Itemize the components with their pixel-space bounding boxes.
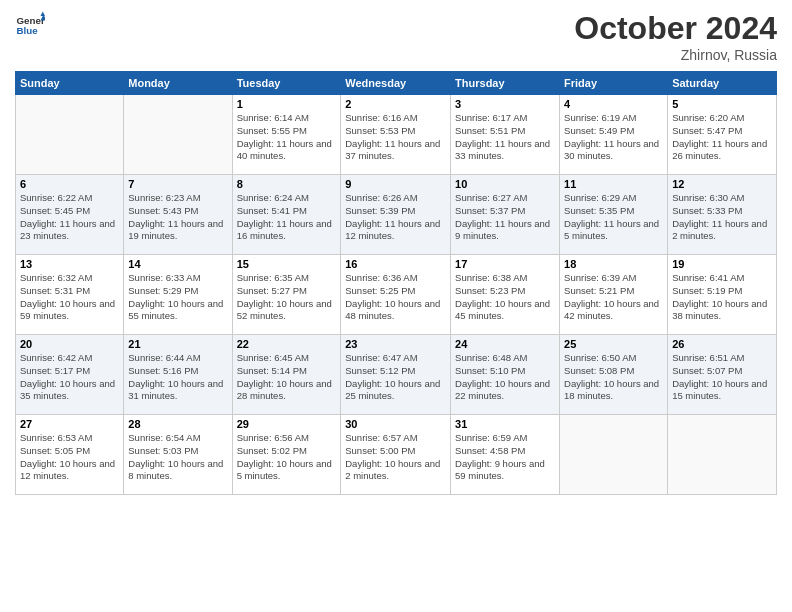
calendar-day-cell: 24Sunrise: 6:48 AM Sunset: 5:10 PM Dayli… <box>451 335 560 415</box>
logo-icon: General Blue <box>15 10 45 40</box>
day-number: 31 <box>455 418 555 430</box>
calendar-day-cell: 8Sunrise: 6:24 AM Sunset: 5:41 PM Daylig… <box>232 175 341 255</box>
day-info: Sunrise: 6:23 AM Sunset: 5:43 PM Dayligh… <box>128 192 227 243</box>
calendar-day-cell: 26Sunrise: 6:51 AM Sunset: 5:07 PM Dayli… <box>668 335 777 415</box>
day-number: 9 <box>345 178 446 190</box>
calendar-day-cell: 14Sunrise: 6:33 AM Sunset: 5:29 PM Dayli… <box>124 255 232 335</box>
calendar-day-cell: 18Sunrise: 6:39 AM Sunset: 5:21 PM Dayli… <box>560 255 668 335</box>
day-number: 5 <box>672 98 772 110</box>
day-number: 20 <box>20 338 119 350</box>
day-number: 22 <box>237 338 337 350</box>
calendar-day-cell: 16Sunrise: 6:36 AM Sunset: 5:25 PM Dayli… <box>341 255 451 335</box>
calendar-day-cell: 31Sunrise: 6:59 AM Sunset: 4:58 PM Dayli… <box>451 415 560 495</box>
day-number: 23 <box>345 338 446 350</box>
day-number: 25 <box>564 338 663 350</box>
day-number: 14 <box>128 258 227 270</box>
calendar-day-cell: 4Sunrise: 6:19 AM Sunset: 5:49 PM Daylig… <box>560 95 668 175</box>
calendar-day-cell: 20Sunrise: 6:42 AM Sunset: 5:17 PM Dayli… <box>16 335 124 415</box>
calendar-day-cell: 5Sunrise: 6:20 AM Sunset: 5:47 PM Daylig… <box>668 95 777 175</box>
day-number: 1 <box>237 98 337 110</box>
day-info: Sunrise: 6:17 AM Sunset: 5:51 PM Dayligh… <box>455 112 555 163</box>
calendar-day-cell: 11Sunrise: 6:29 AM Sunset: 5:35 PM Dayli… <box>560 175 668 255</box>
day-number: 4 <box>564 98 663 110</box>
day-number: 30 <box>345 418 446 430</box>
day-number: 24 <box>455 338 555 350</box>
day-info: Sunrise: 6:45 AM Sunset: 5:14 PM Dayligh… <box>237 352 337 403</box>
day-info: Sunrise: 6:27 AM Sunset: 5:37 PM Dayligh… <box>455 192 555 243</box>
day-number: 15 <box>237 258 337 270</box>
calendar-day-cell: 9Sunrise: 6:26 AM Sunset: 5:39 PM Daylig… <box>341 175 451 255</box>
calendar-week-row: 20Sunrise: 6:42 AM Sunset: 5:17 PM Dayli… <box>16 335 777 415</box>
weekday-header-cell: Wednesday <box>341 72 451 95</box>
calendar-day-cell: 7Sunrise: 6:23 AM Sunset: 5:43 PM Daylig… <box>124 175 232 255</box>
calendar-day-cell: 1Sunrise: 6:14 AM Sunset: 5:55 PM Daylig… <box>232 95 341 175</box>
calendar-week-row: 27Sunrise: 6:53 AM Sunset: 5:05 PM Dayli… <box>16 415 777 495</box>
day-number: 18 <box>564 258 663 270</box>
calendar-day-cell <box>124 95 232 175</box>
weekday-header-cell: Thursday <box>451 72 560 95</box>
day-info: Sunrise: 6:32 AM Sunset: 5:31 PM Dayligh… <box>20 272 119 323</box>
calendar-day-cell: 25Sunrise: 6:50 AM Sunset: 5:08 PM Dayli… <box>560 335 668 415</box>
day-info: Sunrise: 6:51 AM Sunset: 5:07 PM Dayligh… <box>672 352 772 403</box>
calendar-table: SundayMondayTuesdayWednesdayThursdayFrid… <box>15 71 777 495</box>
weekday-header-cell: Saturday <box>668 72 777 95</box>
calendar-week-row: 1Sunrise: 6:14 AM Sunset: 5:55 PM Daylig… <box>16 95 777 175</box>
day-info: Sunrise: 6:38 AM Sunset: 5:23 PM Dayligh… <box>455 272 555 323</box>
day-number: 8 <box>237 178 337 190</box>
calendar-day-cell: 3Sunrise: 6:17 AM Sunset: 5:51 PM Daylig… <box>451 95 560 175</box>
day-number: 6 <box>20 178 119 190</box>
calendar-day-cell <box>560 415 668 495</box>
day-number: 27 <box>20 418 119 430</box>
day-info: Sunrise: 6:59 AM Sunset: 4:58 PM Dayligh… <box>455 432 555 483</box>
day-info: Sunrise: 6:41 AM Sunset: 5:19 PM Dayligh… <box>672 272 772 323</box>
day-info: Sunrise: 6:30 AM Sunset: 5:33 PM Dayligh… <box>672 192 772 243</box>
calendar-day-cell: 19Sunrise: 6:41 AM Sunset: 5:19 PM Dayli… <box>668 255 777 335</box>
day-info: Sunrise: 6:14 AM Sunset: 5:55 PM Dayligh… <box>237 112 337 163</box>
calendar-day-cell: 30Sunrise: 6:57 AM Sunset: 5:00 PM Dayli… <box>341 415 451 495</box>
day-info: Sunrise: 6:20 AM Sunset: 5:47 PM Dayligh… <box>672 112 772 163</box>
day-number: 11 <box>564 178 663 190</box>
day-info: Sunrise: 6:33 AM Sunset: 5:29 PM Dayligh… <box>128 272 227 323</box>
calendar-day-cell: 22Sunrise: 6:45 AM Sunset: 5:14 PM Dayli… <box>232 335 341 415</box>
calendar-day-cell: 15Sunrise: 6:35 AM Sunset: 5:27 PM Dayli… <box>232 255 341 335</box>
calendar-day-cell <box>16 95 124 175</box>
calendar-week-row: 6Sunrise: 6:22 AM Sunset: 5:45 PM Daylig… <box>16 175 777 255</box>
day-number: 13 <box>20 258 119 270</box>
calendar-day-cell <box>668 415 777 495</box>
svg-text:General: General <box>17 15 46 26</box>
calendar-day-cell: 27Sunrise: 6:53 AM Sunset: 5:05 PM Dayli… <box>16 415 124 495</box>
weekday-header-cell: Sunday <box>16 72 124 95</box>
logo: General Blue <box>15 10 45 40</box>
svg-text:Blue: Blue <box>17 25 39 36</box>
calendar-day-cell: 10Sunrise: 6:27 AM Sunset: 5:37 PM Dayli… <box>451 175 560 255</box>
location: Zhirnov, Russia <box>574 47 777 63</box>
day-number: 16 <box>345 258 446 270</box>
calendar-day-cell: 13Sunrise: 6:32 AM Sunset: 5:31 PM Dayli… <box>16 255 124 335</box>
weekday-header-cell: Monday <box>124 72 232 95</box>
weekday-header-cell: Friday <box>560 72 668 95</box>
title-block: October 2024 Zhirnov, Russia <box>574 10 777 63</box>
day-info: Sunrise: 6:16 AM Sunset: 5:53 PM Dayligh… <box>345 112 446 163</box>
day-number: 28 <box>128 418 227 430</box>
weekday-header-row: SundayMondayTuesdayWednesdayThursdayFrid… <box>16 72 777 95</box>
day-info: Sunrise: 6:35 AM Sunset: 5:27 PM Dayligh… <box>237 272 337 323</box>
day-number: 17 <box>455 258 555 270</box>
day-info: Sunrise: 6:53 AM Sunset: 5:05 PM Dayligh… <box>20 432 119 483</box>
calendar-week-row: 13Sunrise: 6:32 AM Sunset: 5:31 PM Dayli… <box>16 255 777 335</box>
day-info: Sunrise: 6:22 AM Sunset: 5:45 PM Dayligh… <box>20 192 119 243</box>
calendar-day-cell: 6Sunrise: 6:22 AM Sunset: 5:45 PM Daylig… <box>16 175 124 255</box>
day-number: 12 <box>672 178 772 190</box>
day-info: Sunrise: 6:39 AM Sunset: 5:21 PM Dayligh… <box>564 272 663 323</box>
day-info: Sunrise: 6:48 AM Sunset: 5:10 PM Dayligh… <box>455 352 555 403</box>
day-info: Sunrise: 6:50 AM Sunset: 5:08 PM Dayligh… <box>564 352 663 403</box>
day-info: Sunrise: 6:54 AM Sunset: 5:03 PM Dayligh… <box>128 432 227 483</box>
calendar-day-cell: 12Sunrise: 6:30 AM Sunset: 5:33 PM Dayli… <box>668 175 777 255</box>
calendar-day-cell: 29Sunrise: 6:56 AM Sunset: 5:02 PM Dayli… <box>232 415 341 495</box>
day-number: 26 <box>672 338 772 350</box>
day-info: Sunrise: 6:36 AM Sunset: 5:25 PM Dayligh… <box>345 272 446 323</box>
day-info: Sunrise: 6:57 AM Sunset: 5:00 PM Dayligh… <box>345 432 446 483</box>
day-info: Sunrise: 6:24 AM Sunset: 5:41 PM Dayligh… <box>237 192 337 243</box>
day-info: Sunrise: 6:19 AM Sunset: 5:49 PM Dayligh… <box>564 112 663 163</box>
day-number: 3 <box>455 98 555 110</box>
day-number: 29 <box>237 418 337 430</box>
